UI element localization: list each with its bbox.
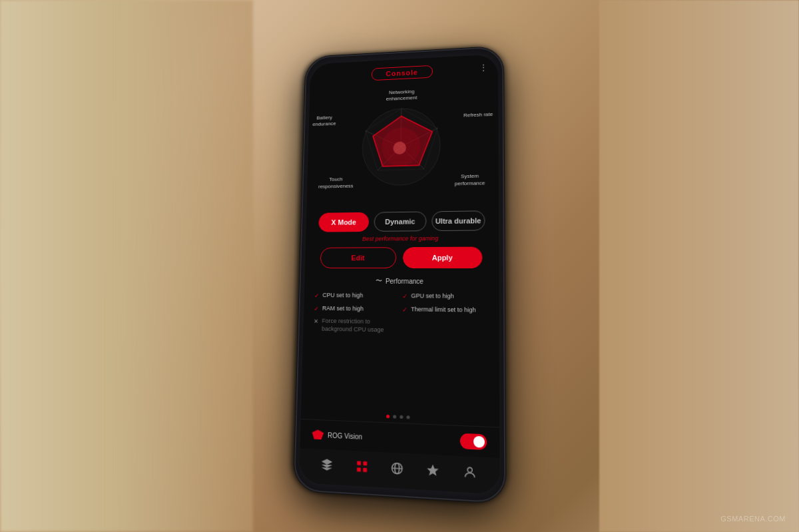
svg-rect-15 [363, 461, 367, 465]
edit-button[interactable]: Edit [320, 247, 397, 268]
svg-rect-14 [357, 461, 361, 465]
perf-text-4: Thermal limit set to high [411, 306, 476, 314]
phone-frame: Console ⋮ Networkingenhancement Refresh … [294, 46, 506, 503]
nav-star-icon[interactable] [423, 459, 443, 481]
perf-item-3: ✓ RAM set to high [314, 304, 396, 313]
nav-profile-icon[interactable] [460, 461, 480, 483]
ultra-durable-button[interactable]: Ultra durable [431, 210, 485, 231]
performance-grid: ✓ CPU set to high ✓ GPU set to high ✓ RA… [314, 292, 488, 336]
svg-line-20 [392, 468, 402, 469]
perf-item-1: ✓ CPU set to high [314, 292, 396, 300]
toggle-knob [473, 435, 485, 447]
nav-console-icon[interactable] [352, 456, 372, 477]
perf-text-1: CPU set to high [322, 292, 363, 300]
radar-labels: Networkingenhancement Refresh rate Syste… [306, 82, 499, 209]
watermark: GSMARENA.COM [720, 515, 786, 523]
perf-text-2: GPU set to high [411, 292, 453, 300]
dot-2 [393, 415, 396, 418]
radar-label-battery: Batteryendurance [312, 114, 336, 128]
check-icon-3: ✓ [314, 305, 319, 312]
rog-vision-toggle[interactable] [460, 433, 487, 449]
rog-vision-label: ROG Vision [328, 431, 362, 440]
x-icon-5: ✕ [314, 318, 319, 324]
action-buttons: Edit Apply [305, 241, 499, 274]
perf-item-4: ✓ Thermal limit set to high [402, 305, 488, 314]
svg-rect-17 [363, 467, 367, 471]
svg-marker-21 [427, 464, 439, 476]
radar-label-networking: Networkingenhancement [386, 88, 417, 103]
radar-label-touch: Touchresponsiveness [318, 176, 354, 190]
menu-dots-icon[interactable]: ⋮ [479, 62, 489, 73]
perf-text-5: Force restriction to background CPU usag… [322, 318, 396, 334]
rog-vision-left: ROG Vision [312, 429, 362, 441]
radar-label-system: Systemperformance [455, 172, 485, 187]
performance-title: 〜 Performance [314, 276, 487, 286]
nav-game-icon[interactable] [318, 454, 336, 475]
dynamic-button[interactable]: Dynamic [374, 211, 426, 231]
performance-icon: 〜 [376, 276, 382, 285]
phone-device: Console ⋮ Networkingenhancement Refresh … [294, 46, 506, 503]
check-icon-1: ✓ [314, 292, 320, 299]
check-icon-4: ✓ [402, 306, 407, 312]
check-icon-2: ✓ [402, 293, 407, 300]
console-pill: Console [371, 65, 433, 80]
xmode-button[interactable]: X Mode [318, 212, 369, 232]
phone-screen: Console ⋮ Networkingenhancement Refresh … [299, 54, 500, 494]
perf-text-3: RAM set to high [322, 304, 364, 312]
app-title: Console [386, 68, 418, 77]
nav-global-icon[interactable] [388, 457, 407, 478]
svg-rect-16 [357, 467, 361, 471]
perf-item-5: ✕ Force restriction to background CPU us… [314, 317, 396, 334]
radar-chart-area: Networkingenhancement Refresh rate Syste… [306, 82, 499, 209]
dot-1 [386, 414, 390, 417]
svg-point-22 [467, 467, 472, 472]
mode-buttons: X Mode Dynamic Ultra durable [306, 210, 499, 232]
bg-left [0, 0, 253, 532]
radar-label-refresh: Refresh rate [463, 111, 493, 119]
performance-section: 〜 Performance ✓ CPU set to high ✓ GPU se… [301, 273, 499, 414]
bg-right [599, 0, 799, 532]
rog-logo-icon [312, 429, 324, 439]
apply-button[interactable]: Apply [403, 246, 483, 268]
dot-3 [400, 415, 403, 418]
dot-4 [406, 415, 409, 418]
perf-item-2: ✓ GPU set to high [402, 292, 488, 301]
